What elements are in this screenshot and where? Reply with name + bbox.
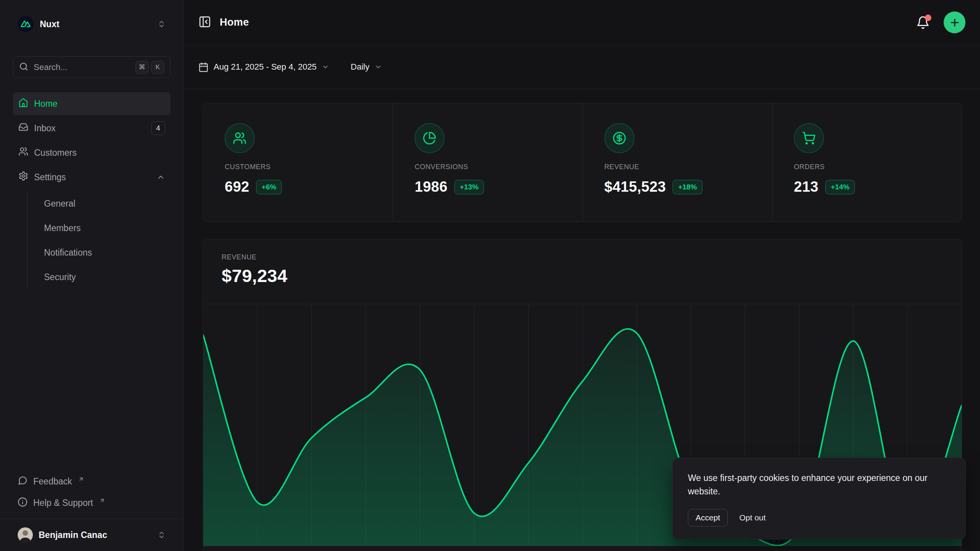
help-support-link[interactable]: Help & Support	[13, 492, 170, 514]
collapse-sidebar-icon	[198, 15, 211, 29]
add-button[interactable]	[944, 11, 965, 33]
stat-label: ORDERS	[794, 163, 950, 171]
user-name: Benjamin Canac	[39, 530, 107, 540]
stat-value: $415,523	[604, 179, 666, 195]
sidebar-item-general[interactable]: General	[40, 192, 170, 215]
nuxt-logo-icon	[18, 16, 34, 32]
topbar-actions	[916, 11, 965, 33]
cookie-banner: We use first-party cookies to enhance yo…	[672, 458, 966, 540]
notification-dot	[925, 15, 931, 21]
cart-icon	[794, 123, 824, 153]
chevron-down-icon	[322, 63, 329, 71]
stat-conversions: CONVERSIONS 1986 +13%	[393, 103, 582, 222]
calendar-icon	[198, 62, 209, 72]
collapse-sidebar-button[interactable]	[198, 15, 211, 29]
sidebar-item-label: Settings	[34, 172, 66, 183]
stat-delta-badge: +6%	[256, 180, 282, 194]
team-switcher[interactable]: Nuxt	[13, 13, 170, 36]
search-box[interactable]: ⌘ K	[13, 56, 170, 78]
stat-value: 1986	[415, 179, 448, 195]
stat-label: REVENUE	[604, 163, 761, 171]
info-circle-icon	[18, 497, 28, 509]
stat-delta-badge: +18%	[673, 180, 702, 194]
gear-icon	[18, 171, 28, 183]
pie-chart-icon	[415, 123, 444, 153]
stat-label: CONVERSIONS	[415, 163, 571, 171]
chevrons-up-down-icon	[157, 20, 166, 28]
revenue-panel-value: $79,234	[222, 265, 943, 286]
notifications-button[interactable]	[916, 16, 930, 29]
sidebar-item-inbox[interactable]: Inbox 4	[13, 117, 170, 140]
users-icon	[225, 123, 255, 153]
sidebar-item-settings[interactable]: Settings	[13, 166, 170, 189]
settings-subnav: General Members Notifications Security	[27, 192, 170, 289]
stat-customers: CUSTOMERS 692 +6%	[203, 103, 393, 222]
sidebar-item-security[interactable]: Security	[40, 265, 170, 289]
dollar-circle-icon	[604, 123, 634, 153]
toolbar: Aug 21, 2025 - Sep 4, 2025 Daily	[184, 45, 980, 89]
stat-value: 213	[794, 179, 818, 195]
external-link-icon	[78, 476, 84, 482]
cookie-optout-button[interactable]: Opt out	[739, 513, 766, 522]
sidebar-item-label: Customers	[34, 148, 77, 158]
user-avatar	[18, 527, 33, 543]
stat-delta-badge: +14%	[825, 180, 855, 194]
inbox-count-badge: 4	[151, 121, 165, 135]
sidebar-item-notifications[interactable]: Notifications	[40, 241, 170, 264]
page-title: Home	[220, 16, 249, 28]
team-name: Nuxt	[40, 19, 59, 29]
granularity-select[interactable]: Daily	[351, 62, 382, 72]
stats-card: CUSTOMERS 692 +6% CONVERSIONS 1986 +13%	[203, 103, 962, 222]
kbd-k: K	[151, 61, 164, 74]
stat-delta-badge: +13%	[454, 180, 484, 194]
sidebar: Nuxt ⌘ K Home	[0, 0, 184, 551]
link-label: Help & Support	[33, 498, 93, 508]
search-shortcut: ⌘ K	[136, 61, 164, 74]
feedback-link[interactable]: Feedback	[13, 471, 170, 492]
sidebar-item-customers[interactable]: Customers	[13, 141, 170, 164]
external-link-icon	[99, 497, 105, 504]
users-icon	[18, 147, 28, 159]
sidebar-item-members[interactable]: Members	[40, 216, 170, 240]
chevron-up-icon	[157, 173, 165, 181]
home-icon	[18, 98, 28, 110]
sidebar-nav: Home Inbox 4 Customers Settings	[13, 92, 170, 290]
stat-value: 692	[225, 179, 249, 195]
chat-bubble-icon	[18, 476, 28, 488]
sidebar-item-home[interactable]: Home	[13, 92, 170, 115]
sidebar-item-label: Home	[34, 99, 57, 109]
chevron-down-icon	[374, 63, 382, 71]
date-range-picker[interactable]: Aug 21, 2025 - Sep 4, 2025	[198, 62, 329, 72]
topbar: Home	[184, 0, 980, 45]
granularity-label: Daily	[351, 62, 369, 72]
inbox-icon	[18, 122, 28, 134]
kbd-meta: ⌘	[136, 61, 149, 74]
sidebar-footer: Feedback Help & Support Benjami	[13, 471, 170, 551]
stat-revenue: REVENUE $415,523 +18%	[583, 103, 772, 222]
app-root: Nuxt ⌘ K Home	[0, 0, 980, 551]
search-input[interactable]	[34, 62, 130, 72]
stat-label: CUSTOMERS	[225, 163, 381, 171]
chevrons-up-down-icon	[157, 531, 166, 539]
link-label: Feedback	[33, 476, 72, 487]
cookie-accept-button[interactable]: Accept	[688, 509, 728, 527]
revenue-panel-label: REVENUE	[222, 253, 943, 261]
stat-orders: ORDERS 213 +14%	[772, 103, 962, 222]
search-icon	[19, 62, 28, 73]
date-range-label: Aug 21, 2025 - Sep 4, 2025	[214, 62, 317, 72]
cookie-message: We use first-party cookies to enhance yo…	[688, 471, 929, 498]
user-menu[interactable]: Benjamin Canac	[13, 519, 170, 551]
plus-icon	[949, 17, 960, 28]
sidebar-item-label: Inbox	[34, 123, 56, 134]
